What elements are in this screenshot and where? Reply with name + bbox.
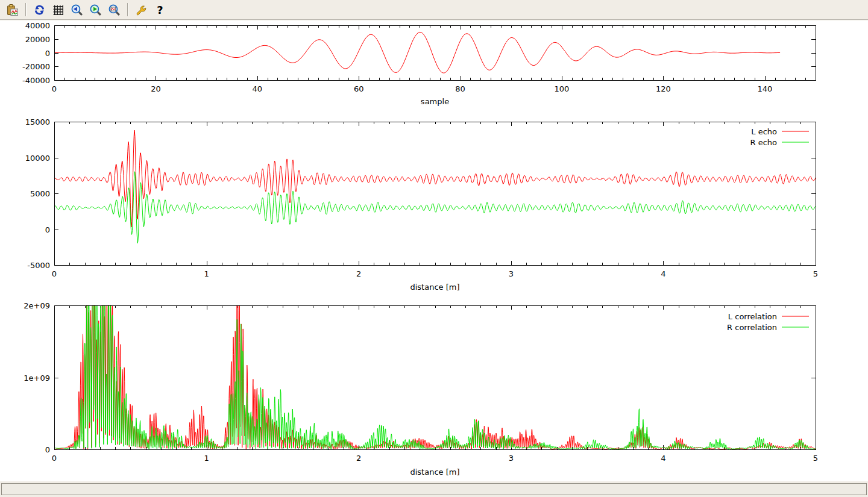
correlation-chart[interactable]: 01234501e+092e+09distance [m]L correlati… (0, 297, 868, 481)
svg-text:4: 4 (661, 454, 665, 463)
svg-text:3: 3 (509, 269, 514, 278)
echo-chart[interactable]: 012345-5000050001000015000distance [m]L … (0, 111, 868, 297)
series-l-correlation (54, 297, 816, 449)
replot-button[interactable] (31, 2, 48, 18)
series-r-correlation (54, 297, 816, 449)
svg-text:-5000: -5000 (27, 261, 50, 270)
svg-text:100: 100 (555, 84, 570, 93)
zoom-next-icon (89, 4, 102, 16)
legend: L correlationR correlation (727, 312, 809, 332)
svg-text:1: 1 (204, 269, 209, 278)
svg-text:0: 0 (52, 84, 57, 93)
status-bar (0, 481, 868, 497)
svg-text:2: 2 (356, 454, 361, 463)
svg-text:5000: 5000 (30, 189, 50, 198)
svg-text:0: 0 (45, 49, 50, 58)
zoom-prev-icon (71, 4, 83, 16)
svg-text:0: 0 (45, 225, 50, 234)
config-icon (135, 4, 148, 16)
svg-text:1e+09: 1e+09 (24, 374, 50, 383)
x-axis-label: sample (421, 97, 449, 106)
svg-text:20: 20 (151, 84, 161, 93)
axis-ticks (54, 305, 816, 450)
svg-text:3: 3 (509, 454, 514, 463)
status-text (1, 483, 867, 495)
svg-text:2: 2 (356, 269, 361, 278)
series-lines (54, 297, 816, 449)
svg-text:10000: 10000 (25, 154, 50, 163)
grid-icon (52, 4, 64, 16)
series-excitation-pulse (54, 32, 780, 73)
svg-text:1: 1 (204, 454, 209, 463)
help-icon: ? (154, 4, 166, 16)
svg-text:15000: 15000 (25, 117, 50, 127)
svg-text:140: 140 (757, 84, 772, 93)
svg-text:2e+09: 2e+09 (24, 301, 50, 310)
svg-text:40: 40 (253, 84, 263, 93)
configure-button[interactable] (133, 2, 149, 18)
toolbar-separator (25, 3, 27, 16)
x-axis-label: distance [m] (410, 467, 459, 477)
svg-text:5: 5 (813, 454, 818, 463)
svg-text:0: 0 (45, 445, 50, 454)
help-button[interactable]: ? (152, 2, 168, 18)
legend-label: R echo (750, 138, 777, 147)
series-lines (54, 130, 816, 243)
copy-to-clipboard-button[interactable] (4, 2, 20, 18)
copy-plot-icon (6, 4, 19, 16)
svg-text:40000: 40000 (25, 21, 50, 30)
previous-zoom-button[interactable] (69, 2, 85, 18)
axis-ticks (54, 25, 816, 81)
svg-text:60: 60 (354, 84, 364, 93)
zoom-fit-icon (108, 4, 121, 16)
toggle-grid-button[interactable] (50, 2, 66, 18)
svg-text:80: 80 (455, 84, 465, 93)
pulse-chart[interactable]: 020406080100120140-40000-200000200004000… (0, 20, 868, 112)
tick-labels: 020406080100120140-40000-200000200004000… (22, 21, 772, 93)
legend-label: R correlation (727, 323, 777, 332)
svg-text:?: ? (157, 4, 163, 16)
toolbar-separator (127, 3, 128, 16)
legend: L echoR echo (750, 127, 809, 147)
plot-border (55, 122, 816, 266)
svg-text:5: 5 (813, 269, 818, 278)
x-axis-label: distance [m] (410, 283, 459, 292)
plot-border (55, 306, 816, 450)
svg-text:120: 120 (656, 84, 671, 93)
autoscale-button[interactable] (106, 2, 122, 18)
legend-label: L correlation (728, 312, 777, 321)
svg-text:-40000: -40000 (22, 76, 50, 85)
svg-text:4: 4 (661, 269, 665, 278)
svg-text:0: 0 (52, 454, 57, 463)
axis-ticks (54, 122, 816, 266)
legend-label: L echo (751, 127, 777, 136)
series-lines (54, 32, 780, 73)
toolbar: ? (0, 0, 868, 20)
next-zoom-button[interactable] (87, 2, 104, 18)
svg-text:0: 0 (52, 269, 57, 278)
svg-text:-20000: -20000 (22, 62, 50, 71)
svg-text:20000: 20000 (25, 35, 50, 44)
replot-icon (33, 4, 46, 16)
plot-canvas: 020406080100120140-40000-200000200004000… (0, 20, 868, 481)
